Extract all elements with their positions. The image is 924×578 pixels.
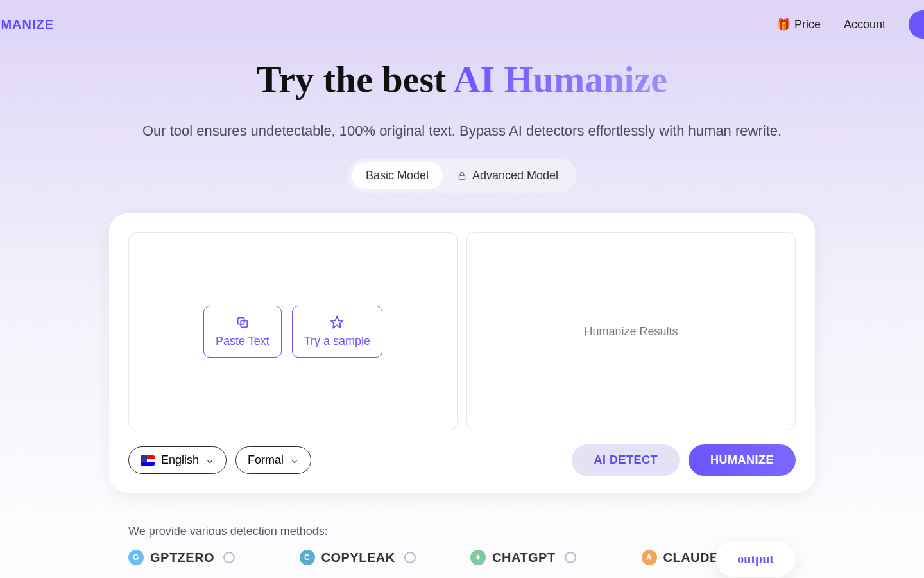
chevron-down-icon: [290, 456, 299, 465]
model-basic[interactable]: Basic Model: [352, 162, 443, 189]
detector-label: CLAUDE: [663, 550, 719, 565]
editor-panes: Paste Text Try a sample Humanize Results: [128, 232, 796, 430]
paste-text-button[interactable]: Paste Text: [203, 306, 282, 358]
detector-copyleak: C COPYLEAK: [300, 550, 454, 565]
logo[interactable]: UMANIZE: [0, 17, 54, 32]
editor-card: Paste Text Try a sample Humanize Results…: [109, 213, 815, 493]
star-icon: [330, 315, 344, 329]
gift-icon: 🎁: [776, 17, 791, 31]
detector-badge-icon: A: [642, 550, 657, 565]
detector-badge-icon: ✦: [470, 550, 486, 565]
detector-badge-icon: G: [128, 550, 144, 565]
detector-label: COPYLEAK: [321, 550, 395, 565]
nav-right: 🎁 Price Account: [776, 10, 924, 39]
model-advanced[interactable]: Advanced Model: [443, 162, 572, 189]
detectors-grid: G GPTZERO C COPYLEAK ✦ CHATGPT A CLAUDE …: [128, 550, 796, 578]
ai-detect-button[interactable]: AI DETECT: [572, 444, 680, 476]
detector-chatgpt: ✦ CHATGPT: [470, 550, 625, 565]
model-toggle: Basic Model Advanced Model: [348, 159, 576, 193]
us-flag-icon: [141, 455, 155, 466]
hero-subtitle: Our tool ensures undetectable, 100% orig…: [0, 120, 924, 142]
detector-badge-icon: C: [300, 550, 315, 565]
output-pane: Humanize Results: [466, 232, 796, 430]
svg-rect-0: [459, 175, 465, 179]
tone-select[interactable]: Formal: [235, 446, 311, 474]
header: UMANIZE 🎁 Price Account: [0, 0, 924, 49]
language-select[interactable]: English: [128, 446, 227, 474]
hero: Try the best AI Humanize Our tool ensure…: [0, 49, 924, 193]
paste-text-label: Paste Text: [216, 335, 270, 348]
detectors-title: We provide various detection methods:: [128, 525, 796, 538]
account-link[interactable]: Account: [844, 18, 886, 31]
detectors-strip: We provide various detection methods: G …: [109, 511, 815, 578]
input-pane[interactable]: Paste Text Try a sample: [128, 232, 458, 430]
lock-icon: [457, 171, 467, 181]
status-ring-icon: [404, 552, 416, 563]
model-advanced-label: Advanced Model: [472, 169, 558, 182]
status-ring-icon: [565, 552, 576, 563]
detector-label: GPTZERO: [150, 550, 214, 565]
hero-title: Try the best AI Humanize: [0, 58, 924, 101]
results-label: Humanize Results: [584, 325, 678, 338]
price-label: Price: [794, 18, 821, 31]
copy-icon: [235, 315, 250, 329]
humanize-button[interactable]: HUMANIZE: [689, 444, 796, 476]
controls-row: English Formal AI DETECT HUMANIZE: [128, 444, 796, 476]
try-sample-label: Try a sample: [304, 335, 370, 348]
detector-gptzero: G GPTZERO: [128, 550, 283, 565]
language-label: English: [161, 453, 199, 467]
output-pill[interactable]: output: [715, 541, 796, 577]
chevron-down-icon: [205, 456, 214, 465]
hero-title-plain: Try the best: [257, 58, 454, 100]
status-ring-icon: [223, 552, 235, 563]
detector-label: CHATGPT: [492, 550, 556, 565]
svg-marker-3: [331, 316, 343, 327]
hero-title-gradient: AI Humanize: [454, 58, 668, 100]
cta-pill[interactable]: [909, 10, 924, 39]
price-link[interactable]: 🎁 Price: [776, 17, 821, 31]
try-sample-button[interactable]: Try a sample: [292, 306, 382, 358]
controls-left: English Formal: [128, 446, 311, 474]
controls-right: AI DETECT HUMANIZE: [572, 444, 796, 476]
tone-label: Formal: [248, 453, 284, 467]
